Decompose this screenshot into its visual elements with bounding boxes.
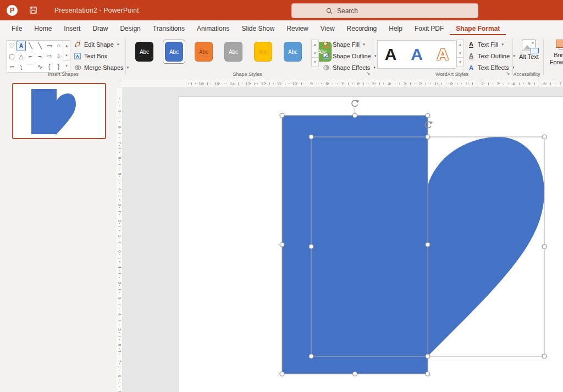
shape-style-swatch-2[interactable]: Abc — [165, 42, 183, 62]
selection-handle[interactable] — [309, 354, 313, 358]
oval-shape-icon[interactable]: ○ — [54, 41, 63, 51]
chevron-down-icon: ▼ — [501, 43, 504, 46]
shape-style-swatch-3[interactable]: Abc — [195, 42, 213, 62]
gallery-scroll-down-icon[interactable]: ▼ — [63, 51, 70, 60]
selection-handle[interactable] — [309, 245, 313, 249]
save-icon[interactable] — [30, 7, 37, 14]
selection-handle[interactable] — [542, 135, 547, 139]
thumbnail-rectangle — [31, 89, 57, 134]
shape-style-swatch-wrap-5: Abc — [252, 40, 274, 64]
tab-recording[interactable]: Recording — [341, 21, 383, 35]
selection-handle[interactable] — [426, 113, 430, 118]
search-input[interactable]: Search — [291, 3, 478, 18]
shape-outline-button[interactable]: Shape Outline ▼ — [322, 51, 377, 61]
styles-scroll-down-icon[interactable]: ▼ — [312, 49, 318, 58]
wordart-scroll-up-icon[interactable]: ▲ — [457, 40, 463, 49]
tab-design[interactable]: Design — [114, 21, 146, 35]
line-shape-icon[interactable]: ╲ — [26, 41, 35, 51]
right-arrow-shape-icon[interactable]: ⇨ — [45, 51, 54, 62]
right-brace-shape-icon[interactable]: } — [54, 62, 63, 72]
bring-forward-button[interactable]: Bring Forward — [549, 40, 563, 66]
tab-insert[interactable]: Insert — [58, 21, 86, 35]
tab-transitions[interactable]: Transitions — [147, 21, 191, 35]
down-arrow-shape-icon[interactable]: ⇩ — [54, 51, 63, 62]
elbow-connector-shape-icon[interactable]: ⌐ — [26, 51, 35, 62]
triangle-shape-icon[interactable]: △ — [16, 51, 26, 62]
styles-scroll-up-icon[interactable]: ▲ — [312, 40, 318, 49]
text-fill-button[interactable]: A Text Fill ▼ — [467, 40, 516, 49]
gallery-scroll-up-icon[interactable]: ▲ — [63, 41, 70, 51]
selection-handle[interactable] — [280, 113, 284, 118]
wordart-more-icon[interactable]: ▼ — [457, 57, 463, 67]
selection-handle[interactable] — [426, 372, 430, 376]
styles-more-icon[interactable]: ▼ — [312, 57, 318, 67]
gallery-more-icon[interactable]: ▼ — [63, 60, 70, 71]
freeform-shape-icon[interactable]: ▱ — [7, 62, 16, 72]
shape-styles-dialog-launcher-icon[interactable]: ↘ — [366, 70, 371, 76]
left-brace-shape-icon[interactable]: { — [45, 62, 54, 72]
selection-handle[interactable] — [542, 245, 547, 249]
arc-shape-icon[interactable]: ⌒ — [26, 62, 35, 72]
shape-style-swatches: AbcAbcAbcAbcAbcAbcAbc — [133, 40, 334, 64]
text-effects-icon: A — [469, 65, 473, 70]
tab-animations[interactable]: Animations — [191, 21, 235, 35]
text-outline-icon: A — [469, 53, 473, 59]
selection-handle[interactable] — [309, 135, 313, 139]
text-box-shape-icon[interactable]: A — [16, 41, 26, 51]
wordart-blue[interactable]: A — [411, 46, 423, 63]
chevron-down-icon: ▼ — [126, 66, 130, 69]
rectangle-shape[interactable] — [282, 115, 428, 374]
line-arrow-shape-icon[interactable]: ╲ — [35, 41, 45, 51]
heart-shape-icon[interactable]: ♡ — [7, 41, 16, 51]
edit-shape-button[interactable]: Edit Shape ▼ — [74, 40, 130, 49]
tab-view[interactable]: View — [314, 21, 341, 35]
svg-text:A: A — [76, 54, 79, 59]
tab-slide-show[interactable]: Slide Show — [235, 21, 280, 35]
chevron-down-icon: ▼ — [362, 43, 366, 46]
shape-fill-button[interactable]: Shape Fill ▼ — [322, 40, 377, 49]
wordart-dialog-launcher-icon[interactable]: ↘ — [506, 70, 510, 76]
scribble-shape-icon[interactable]: ʅ — [16, 62, 26, 72]
rounded-rectangle-shape-icon[interactable]: ▢ — [7, 51, 16, 62]
tab-foxit-pdf[interactable]: Foxit PDF — [409, 21, 450, 35]
alt-text-icon — [522, 40, 536, 51]
wordart-orange-outline[interactable]: A — [437, 46, 449, 63]
selection-handle[interactable] — [426, 354, 430, 358]
group-label-accessibility: Accessibility — [511, 71, 542, 77]
shape-style-swatch-6[interactable]: Abc — [284, 42, 302, 62]
powerpoint-logo-icon[interactable]: P — [7, 5, 18, 16]
chevron-down-icon: ▼ — [117, 43, 120, 46]
shape-style-swatch-5[interactable]: Abc — [254, 42, 272, 62]
chevron-down-icon: ▼ — [373, 66, 376, 69]
selection-handle[interactable] — [280, 372, 284, 376]
selection-handle[interactable] — [353, 113, 357, 118]
text-box-button[interactable]: A Text Box — [74, 51, 130, 61]
text-outline-button[interactable]: A Text Outline ▼ — [467, 51, 516, 61]
tab-help[interactable]: Help — [383, 21, 409, 35]
wordart-black[interactable]: A — [385, 46, 397, 63]
shape-style-swatch-wrap-6: Abc — [282, 40, 304, 64]
tab-review[interactable]: Review — [280, 21, 314, 35]
tab-shape-format[interactable]: Shape Format — [450, 21, 506, 35]
selection-handle[interactable] — [426, 242, 430, 247]
elbow-arrow-shape-icon[interactable]: ¬ — [35, 51, 45, 62]
shape-style-swatch-wrap-4: Abc — [222, 40, 245, 64]
shape-style-swatch-4[interactable]: Abc — [224, 42, 242, 62]
slide-thumbnail[interactable] — [12, 83, 106, 139]
shape-styles-scroll: ▲ ▼ ▼ — [311, 40, 319, 67]
shape-style-swatch-1[interactable]: Abc — [135, 42, 153, 62]
tab-draw[interactable]: Draw — [86, 21, 114, 35]
selection-handle[interactable] — [280, 242, 284, 247]
rectangle-rotate-handle-icon[interactable] — [352, 100, 360, 107]
selection-handle[interactable] — [353, 372, 357, 376]
rectangle-shape-icon[interactable]: ▭ — [45, 41, 54, 51]
tab-home[interactable]: Home — [28, 21, 58, 35]
selection-handle[interactable] — [542, 354, 547, 358]
tab-file[interactable]: File — [5, 21, 28, 35]
curve-shape-icon[interactable]: ∿ — [35, 62, 45, 72]
shape-fill-icon — [322, 41, 330, 48]
group-label-shape-styles: Shape Styles — [192, 71, 302, 77]
wordart-scroll-down-icon[interactable]: ▼ — [457, 49, 463, 58]
selection-handle[interactable] — [426, 135, 430, 139]
alt-text-button[interactable]: Alt Text — [519, 40, 539, 60]
